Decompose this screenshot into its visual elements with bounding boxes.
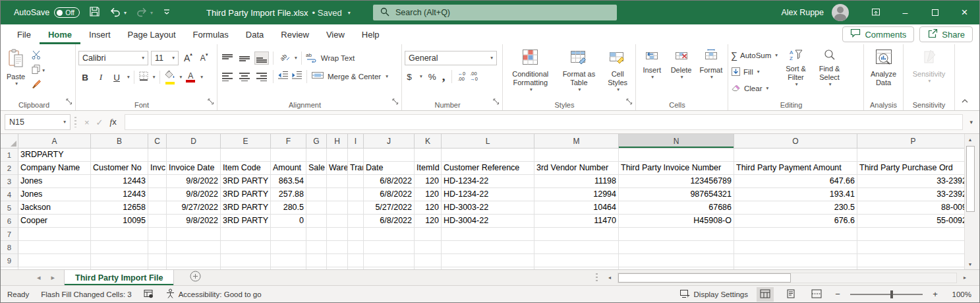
- grid-cell-L1[interactable]: [442, 149, 534, 162]
- page-break-view-button[interactable]: [808, 287, 825, 302]
- column-header-G[interactable]: G: [306, 134, 327, 149]
- macro-record-icon[interactable]: [144, 289, 154, 300]
- grid-cell-G7[interactable]: [306, 228, 327, 241]
- row-header-8[interactable]: 8: [1, 241, 18, 254]
- grid-cell-N5[interactable]: 67686: [619, 201, 734, 215]
- format-as-table-button[interactable]: Format as Table▾: [558, 47, 600, 97]
- grid-cell-N6[interactable]: H45908-O: [619, 215, 734, 228]
- minimize-button[interactable]: –: [890, 1, 920, 24]
- grid-cell-E9[interactable]: [221, 254, 271, 267]
- grid-cell-E3[interactable]: 3RD PARTY: [221, 175, 271, 188]
- autosave-switch[interactable]: Off: [54, 7, 80, 18]
- find-select-dropdown-icon[interactable]: ▾: [829, 82, 832, 87]
- grid-cell-L8[interactable]: [442, 241, 534, 254]
- sort-filter-button[interactable]: AZ Sort & Filter▾: [780, 47, 811, 97]
- name-box[interactable]: N15 ▾: [5, 114, 71, 130]
- grid-cell-C6[interactable]: [148, 215, 167, 228]
- grid-cell-J9[interactable]: [364, 254, 415, 267]
- grid-cell-F6[interactable]: 0: [271, 215, 306, 228]
- grid-cell-N4[interactable]: 987654321: [619, 188, 734, 201]
- increase-font-size-button[interactable]: A▴: [181, 53, 195, 63]
- grid-cell-C4[interactable]: [148, 188, 167, 201]
- customize-quick-access-toolbar-button[interactable]: [162, 7, 171, 18]
- grid-cell-K6[interactable]: 120: [415, 215, 442, 228]
- column-header-H[interactable]: H: [327, 134, 348, 149]
- flash-fill-status[interactable]: Flash Fill Changed Cells: 3: [41, 290, 131, 298]
- formula-input[interactable]: [125, 114, 964, 130]
- zoom-slider-thumb[interactable]: [890, 290, 893, 298]
- column-header-E[interactable]: E: [221, 134, 271, 149]
- grid-cell-M2[interactable]: 3rd Vendor Number: [534, 162, 619, 175]
- fill-color-dropdown-icon[interactable]: ▾: [180, 75, 183, 80]
- select-all-corner[interactable]: [1, 134, 18, 149]
- grid-cell-I8[interactable]: [348, 241, 364, 254]
- grid-cell-L7[interactable]: [442, 228, 534, 241]
- grid-cell-M9[interactable]: [534, 254, 619, 267]
- grid-cell-H3[interactable]: [327, 175, 348, 188]
- grid-cell-K3[interactable]: 120: [415, 175, 442, 188]
- grid-cell-A3[interactable]: Jones: [18, 175, 91, 188]
- search-box[interactable]: Search (Alt+Q): [373, 5, 617, 20]
- grid-cell-P7[interactable]: [857, 228, 964, 241]
- grid-cell-P4[interactable]: 33-2392: [857, 188, 964, 201]
- grid-cell-M4[interactable]: 12994: [534, 188, 619, 201]
- grid-cell-A5[interactable]: Jackson: [18, 201, 91, 215]
- autosave-toggle[interactable]: AutoSave Off: [14, 7, 80, 18]
- delete-cells-dropdown-icon[interactable]: ▾: [681, 75, 683, 80]
- align-right-button[interactable]: [254, 70, 269, 83]
- grid-cell-O3[interactable]: 647.66: [734, 175, 857, 188]
- font-size-dropdown-icon[interactable]: ▾: [172, 55, 175, 61]
- normal-view-button[interactable]: [757, 287, 774, 302]
- grid-cell-B6[interactable]: 10095: [91, 215, 148, 228]
- grid-cell-F8[interactable]: [271, 241, 306, 254]
- grid-cell-E7[interactable]: [221, 228, 271, 241]
- grid-cell-D9[interactable]: [167, 254, 221, 267]
- new-sheet-button[interactable]: [190, 270, 201, 285]
- format-cells-button[interactable]: Format ▾: [697, 47, 725, 97]
- grid-cell-J4[interactable]: 6/8/2022: [364, 188, 415, 201]
- grid-cell-P5[interactable]: 88-009: [857, 201, 964, 215]
- ribbon-display-options-button[interactable]: [861, 1, 890, 24]
- grid-cell-P9[interactable]: [857, 254, 964, 267]
- alignment-dialog-launcher-icon[interactable]: [392, 96, 399, 108]
- decrease-decimal-button[interactable]: .00→0: [470, 71, 478, 82]
- grid-cell-O1[interactable]: [734, 149, 857, 162]
- zoom-out-button[interactable]: −: [834, 289, 842, 299]
- grid-cell-P3[interactable]: 33-2392: [857, 175, 964, 188]
- grid-cell-F4[interactable]: 257.88: [271, 188, 306, 201]
- document-title[interactable]: Third Party Import File.xlsx • Saved ▾: [206, 1, 351, 24]
- grid-cell-O4[interactable]: 193.41: [734, 188, 857, 201]
- grid-cell-E6[interactable]: 3RD PARTY: [221, 215, 271, 228]
- formula-bar-handle[interactable]: [74, 117, 76, 127]
- close-button[interactable]: ×: [950, 1, 979, 24]
- grid-cell-L2[interactable]: Customer Reference: [442, 162, 534, 175]
- grid-cell-K9[interactable]: [415, 254, 442, 267]
- copy-dropdown-icon[interactable]: ▾: [42, 68, 45, 73]
- font-name-combo[interactable]: Calibri▾: [78, 51, 148, 65]
- row-header-1[interactable]: 1: [1, 149, 18, 162]
- underline-dropdown-icon[interactable]: ▾: [127, 75, 130, 80]
- grid-cell-M5[interactable]: 10464: [534, 201, 619, 215]
- grid-cell-N8[interactable]: [619, 241, 734, 254]
- tab-page-layout[interactable]: Page Layout: [119, 24, 185, 44]
- zoom-slider[interactable]: [850, 294, 923, 295]
- grid-cell-P8[interactable]: [857, 241, 964, 254]
- grid-cell-K5[interactable]: 120: [415, 201, 442, 215]
- grid-cell-F3[interactable]: 863.54: [271, 175, 306, 188]
- title-dropdown-icon[interactable]: ▾: [348, 10, 351, 16]
- grid-cell-G6[interactable]: [306, 215, 327, 228]
- grid-cell-J3[interactable]: 6/8/2022: [364, 175, 415, 188]
- fill-dropdown-icon[interactable]: ▾: [757, 69, 760, 75]
- grid-cell-D4[interactable]: 9/8/2022: [167, 188, 221, 201]
- tab-insert[interactable]: Insert: [80, 24, 119, 44]
- grid-cell-B9[interactable]: [91, 254, 148, 267]
- grid-cell-H7[interactable]: [327, 228, 348, 241]
- grid-cell-G1[interactable]: [306, 149, 327, 162]
- horizontal-scrollbar[interactable]: ◂ ▸: [596, 270, 979, 285]
- user-name[interactable]: Alex Ruppe: [781, 8, 824, 17]
- grid-cell-B3[interactable]: 12443: [91, 175, 148, 188]
- grid-cell-C2[interactable]: Invc: [148, 162, 167, 175]
- undo-dropdown-icon[interactable]: ▾: [124, 10, 127, 16]
- grid-cell-B4[interactable]: 12443: [91, 188, 148, 201]
- grid-cell-L4[interactable]: HD-1234-22: [442, 188, 534, 201]
